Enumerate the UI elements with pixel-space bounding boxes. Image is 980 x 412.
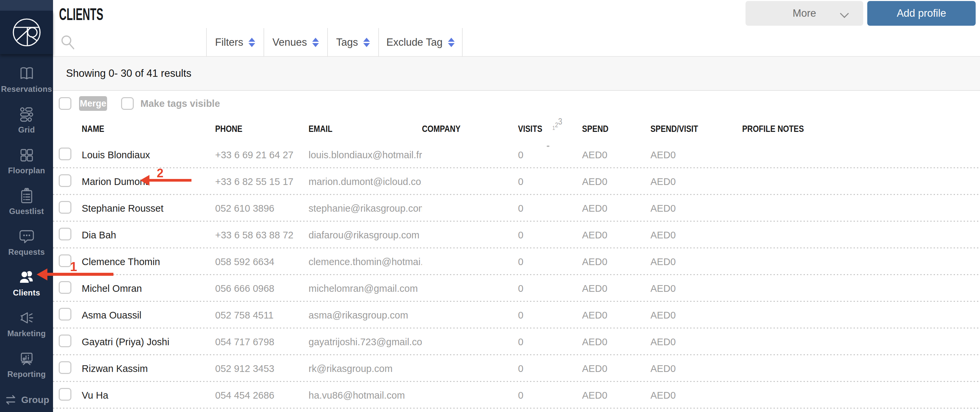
column-header-name[interactable]: NAME: [82, 123, 215, 134]
column-header-spend-visit[interactable]: SPEND/VISIT: [651, 123, 742, 134]
client-spend: AED0: [582, 390, 651, 401]
client-visits: 0: [518, 337, 582, 348]
sidebar-item-floorplan[interactable]: Floorplan: [0, 141, 53, 182]
table-row[interactable]: Rizwan Kassim 052 912 3453 rk@rikasgroup…: [53, 355, 980, 382]
sidebar-item-label: Marketing: [7, 329, 46, 338]
client-name: Stephanie Rousset: [82, 203, 215, 214]
search-input[interactable]: [81, 32, 201, 52]
row-checkbox-cell: [59, 335, 82, 350]
client-name: Clemence Thomin: [82, 256, 215, 267]
add-profile-button[interactable]: Add profile: [867, 1, 976, 26]
sidebar-nav: Reservations Grid: [0, 59, 53, 385]
row-checkbox[interactable]: [59, 228, 72, 240]
table-row[interactable]: Clemence Thomin 058 592 6634 clemence.th…: [53, 248, 980, 275]
row-checkbox[interactable]: [59, 148, 72, 160]
row-checkbox-cell: [59, 254, 82, 270]
sidebar-item-label: Reporting: [7, 370, 46, 379]
client-spend-per-visit: AED0: [651, 150, 742, 161]
client-phone: +33 6 58 63 88 72: [215, 230, 309, 241]
sidebar-item-grid[interactable]: Grid: [0, 100, 53, 141]
sidebar-item-reservations[interactable]: Reservations: [0, 59, 53, 100]
client-spend-per-visit: AED0: [651, 390, 742, 401]
row-checkbox-cell: [59, 228, 82, 243]
table-row[interactable]: Louis Blondiaux +33 6 69 21 64 27 louis.…: [53, 142, 980, 168]
sidebar-item-label: Floorplan: [8, 166, 45, 175]
table-header: NAME PHONE EMAIL COMPANY VISITS123 SPEND…: [53, 116, 980, 142]
client-name: Michel Omran: [82, 283, 215, 294]
client-email: rk@rikasgroup.com: [309, 363, 422, 374]
client-visits: 0: [518, 150, 582, 161]
filters-dropdown[interactable]: Filters: [206, 28, 264, 57]
client-spend: AED0: [582, 337, 651, 348]
presentation-chart-icon: [19, 351, 35, 367]
client-spend-per-visit: AED0: [651, 283, 742, 294]
table-row[interactable]: Marion Dumont +33 6 82 55 15 17 marion.d…: [53, 168, 980, 195]
add-profile-label: Add profile: [897, 7, 946, 19]
column-header-visits[interactable]: VISITS123: [518, 123, 582, 134]
row-checkbox[interactable]: [59, 388, 72, 401]
client-phone: 052 610 3896: [215, 203, 309, 214]
row-checkbox[interactable]: [59, 254, 72, 267]
client-spend: AED0: [582, 363, 651, 374]
sidebar-item-label: Reservations: [1, 85, 52, 94]
column-header-phone[interactable]: PHONE: [215, 123, 309, 134]
tags-dropdown[interactable]: Tags: [327, 28, 378, 57]
table-row[interactable]: Stephanie Rousset 052 610 3896 stephanie…: [53, 195, 980, 222]
sevenrooms-logo[interactable]: [0, 11, 53, 54]
client-visits: 0: [518, 363, 582, 374]
chevron-down-icon: [841, 10, 848, 18]
client-spend: AED0: [582, 310, 651, 321]
sidebar-item-label: Group: [21, 394, 49, 405]
client-spend-per-visit: AED0: [651, 310, 742, 321]
table-row[interactable]: Gayatri (Priya) Joshi 054 717 6798 gayat…: [53, 329, 980, 355]
sidebar-item-label: Requests: [8, 248, 45, 257]
merge-button[interactable]: Merge: [79, 96, 107, 111]
client-phone: 058 592 6634: [215, 256, 309, 267]
sidebar-item-reporting[interactable]: Reporting: [0, 345, 53, 385]
client-email: gayatrijoshi.723@gmail.co...: [309, 337, 422, 348]
row-checkbox[interactable]: [59, 174, 72, 187]
sidebar-item-requests[interactable]: Requests: [0, 222, 53, 263]
row-checkbox[interactable]: [59, 308, 72, 321]
sort-arrows-icon: [248, 38, 255, 47]
exclude-tag-dropdown[interactable]: Exclude Tag: [378, 28, 463, 57]
table-row[interactable]: Vu Ha 054 454 2686 ha.vu86@hotmail.com 0…: [53, 382, 980, 409]
column-header-profile-notes[interactable]: PROFILE NOTES: [742, 123, 980, 134]
sidebar-item-marketing[interactable]: Marketing: [0, 304, 53, 345]
column-header-spend[interactable]: SPEND: [582, 123, 651, 134]
venues-dropdown[interactable]: Venues: [264, 28, 327, 57]
client-email: asma@rikasgroup.com: [309, 310, 422, 321]
client-visits: 0: [518, 230, 582, 241]
table-row[interactable]: Asma Ouassil 052 758 4511 asma@rikasgrou…: [53, 302, 980, 329]
client-name: Louis Blondiaux: [82, 150, 215, 161]
sidebar-item-guestlist[interactable]: Guestlist: [0, 182, 53, 222]
row-checkbox[interactable]: [59, 361, 72, 374]
client-spend-per-visit: AED0: [651, 363, 742, 374]
table-row[interactable]: Michel Omran 056 666 0968 michelomran@gm…: [53, 275, 980, 302]
client-visits: 0: [518, 310, 582, 321]
more-button[interactable]: More: [746, 1, 863, 26]
exclude-tag-dropdown-label: Exclude Tag: [386, 37, 442, 48]
client-name: Rizwan Kassim: [82, 363, 215, 374]
sidebar-item-clients[interactable]: Clients: [0, 263, 53, 304]
top-bar: CLIENTS More Add profile: [53, 0, 980, 28]
row-checkbox[interactable]: [59, 281, 72, 294]
client-spend-per-visit: AED0: [651, 230, 742, 241]
column-header-email[interactable]: EMAIL: [309, 123, 422, 134]
sidebar-item-group[interactable]: Group: [0, 390, 53, 410]
client-visits: 0: [518, 390, 582, 401]
select-all-checkbox[interactable]: [59, 97, 72, 110]
client-name: Dia Bah: [82, 230, 215, 241]
clients-icon: [18, 270, 35, 286]
make-tags-visible-checkbox[interactable]: [121, 97, 134, 110]
filter-bar: Filters Venues Tags Exclude Tag: [53, 28, 980, 57]
sort-arrows-icon: [312, 38, 319, 47]
client-name: Asma Ouassil: [82, 310, 215, 321]
row-checkbox[interactable]: [59, 335, 72, 347]
column-header-company[interactable]: COMPANY: [422, 123, 518, 134]
row-checkbox-cell: [59, 361, 82, 376]
search-icon: [60, 34, 76, 51]
results-bar: Showing 0- 30 of 41 results: [53, 57, 980, 91]
row-checkbox[interactable]: [59, 201, 72, 214]
table-row[interactable]: Dia Bah +33 6 58 63 88 72 diafarou@rikas…: [53, 222, 980, 248]
